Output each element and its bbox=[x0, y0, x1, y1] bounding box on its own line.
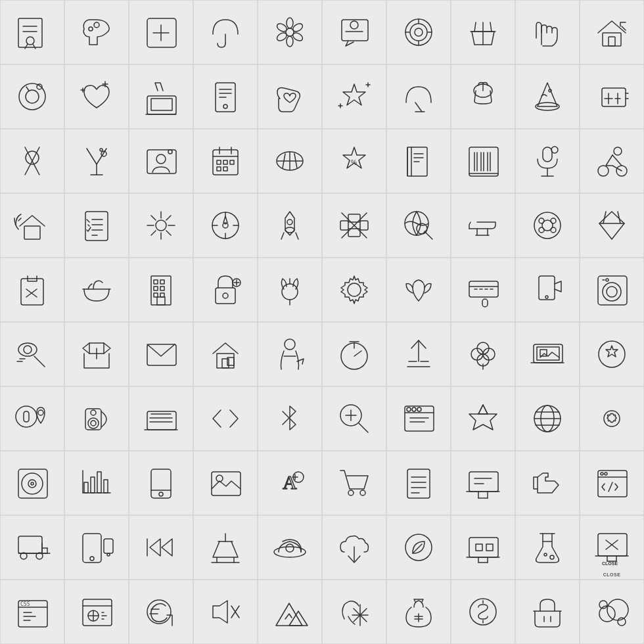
svg-point-376 bbox=[618, 618, 626, 626]
svg-rect-82 bbox=[217, 167, 221, 171]
svg-point-67 bbox=[26, 151, 39, 164]
euro-arrow-icon bbox=[142, 593, 180, 631]
leaf-circle-cell bbox=[386, 515, 451, 580]
svg-rect-231 bbox=[85, 409, 101, 430]
monitor-document-icon bbox=[464, 464, 502, 502]
svg-line-119 bbox=[87, 219, 89, 222]
svg-rect-306 bbox=[83, 534, 101, 563]
monitor-frame-cell bbox=[451, 515, 515, 580]
svg-rect-168 bbox=[154, 280, 158, 284]
browser-window-icon bbox=[400, 400, 438, 438]
svg-point-111 bbox=[614, 147, 622, 155]
svg-line-53 bbox=[415, 103, 422, 112]
bar-code-icon bbox=[464, 142, 502, 180]
css-code-icon: CSS bbox=[13, 593, 51, 631]
laptop-keyboard-cell bbox=[129, 386, 193, 451]
vinyl-record-icon bbox=[13, 464, 51, 502]
svg-point-153 bbox=[534, 212, 561, 239]
svg-rect-112 bbox=[24, 226, 40, 239]
brain-settings-cell bbox=[64, 0, 129, 64]
house-go-icon bbox=[593, 13, 631, 51]
monitor-truck-cell bbox=[0, 515, 64, 580]
bluetooth-icon bbox=[271, 400, 309, 438]
svg-text:%: % bbox=[351, 159, 357, 166]
svg-line-127 bbox=[166, 216, 171, 220]
coin-location-cell bbox=[0, 386, 64, 451]
svg-rect-31 bbox=[609, 37, 615, 46]
dollar-circle-icon bbox=[464, 593, 502, 631]
envelope-icon bbox=[142, 335, 180, 373]
svg-point-13 bbox=[287, 18, 293, 28]
hand-share-cell bbox=[515, 451, 580, 515]
certificate-cell bbox=[0, 0, 64, 64]
tablet-mobile-cell bbox=[64, 515, 129, 580]
lock-settings-cell bbox=[193, 258, 258, 322]
clipboard-x-cell bbox=[0, 258, 64, 322]
star-circle-cell bbox=[580, 322, 644, 386]
svg-point-155 bbox=[539, 218, 544, 223]
plant-snowflake-icon bbox=[335, 593, 373, 631]
close-monitor-icon: CLOSE bbox=[593, 528, 631, 566]
document-lines-cell bbox=[386, 451, 451, 515]
gear-settings-cell bbox=[322, 258, 386, 322]
svg-rect-41 bbox=[151, 99, 172, 110]
speaker-cell bbox=[64, 386, 129, 451]
svg-line-243 bbox=[359, 423, 368, 432]
document-lines-icon bbox=[400, 464, 438, 502]
compass-icon bbox=[206, 206, 244, 244]
svg-line-113 bbox=[18, 218, 21, 221]
fireworks-cell bbox=[129, 193, 193, 258]
clover-cell bbox=[451, 322, 515, 386]
globe-chat-cell bbox=[322, 0, 386, 64]
svg-line-126 bbox=[166, 231, 171, 235]
calendar-cell bbox=[193, 129, 258, 193]
hand-heart-cell bbox=[258, 64, 322, 129]
bandage-cross-cell bbox=[322, 193, 386, 258]
lock-settings-icon bbox=[206, 271, 244, 309]
svg-rect-83 bbox=[223, 167, 227, 171]
svg-rect-266 bbox=[97, 472, 101, 493]
film-reel-icon bbox=[528, 206, 566, 244]
upload-arrow-cell bbox=[386, 322, 451, 386]
vinyl-record-cell bbox=[0, 451, 64, 515]
svg-point-194 bbox=[603, 283, 621, 301]
svg-rect-174 bbox=[157, 297, 165, 305]
svg-line-200 bbox=[34, 356, 45, 367]
calendar-icon bbox=[206, 142, 244, 180]
cloud-download-cell bbox=[322, 515, 386, 580]
svg-rect-308 bbox=[104, 539, 113, 553]
gear-settings-icon bbox=[335, 271, 373, 309]
sun-heart-icon bbox=[593, 400, 631, 438]
svg-rect-327 bbox=[476, 544, 482, 551]
svg-point-183 bbox=[348, 283, 361, 296]
svg-line-213 bbox=[354, 351, 361, 356]
plate-dish-icon bbox=[271, 528, 309, 566]
svg-point-307 bbox=[90, 557, 94, 561]
svg-rect-0 bbox=[18, 18, 42, 47]
svg-point-57 bbox=[549, 89, 551, 92]
tablet-mobile-icon bbox=[78, 528, 116, 566]
lamp-table-icon bbox=[206, 528, 244, 566]
sale-star-cell: % bbox=[322, 129, 386, 193]
speaker-icon bbox=[78, 400, 116, 438]
svg-point-263 bbox=[31, 482, 34, 485]
svg-point-248 bbox=[417, 407, 421, 411]
svg-rect-244 bbox=[405, 406, 434, 431]
svg-rect-172 bbox=[154, 293, 158, 297]
svg-point-108 bbox=[551, 147, 558, 153]
bowl-icon bbox=[78, 271, 116, 309]
svg-rect-173 bbox=[160, 293, 164, 297]
svg-point-295 bbox=[601, 472, 603, 475]
icon-grid: %ACLOSECLOSECSS bbox=[0, 0, 644, 644]
book-cell bbox=[386, 129, 451, 193]
star-sparkle-icon bbox=[335, 78, 373, 116]
bubbles-cell bbox=[580, 580, 644, 644]
svg-point-271 bbox=[159, 492, 163, 496]
eye-camera-cell bbox=[0, 64, 64, 129]
witch-hat-icon bbox=[528, 78, 566, 116]
css-code-cell: CSS bbox=[0, 580, 64, 644]
diamond-icon bbox=[593, 206, 631, 244]
font-edit-cell: A bbox=[258, 451, 322, 515]
svg-point-331 bbox=[550, 555, 554, 559]
envelope-cell bbox=[129, 322, 193, 386]
